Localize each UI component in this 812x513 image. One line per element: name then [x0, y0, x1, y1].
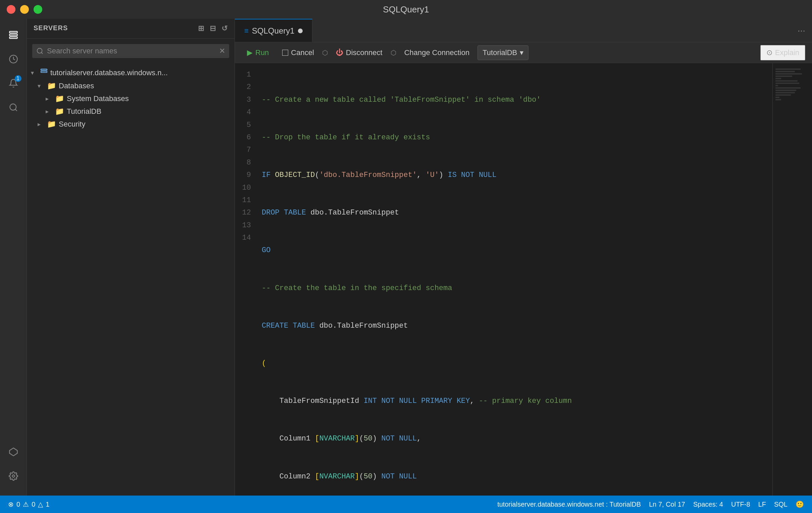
connection-name: TutorialDB	[483, 48, 517, 57]
change-connection-label: Change Connection	[404, 48, 469, 57]
editor-area: ≡ SQLQuery1 ··· ▶ Run Cancel ⬡ ⏻ Disconn…	[235, 19, 812, 495]
tab-modified-indicator	[298, 29, 303, 33]
code-content[interactable]: -- Create a new table called 'TableFromS…	[255, 63, 773, 495]
chevron-right-icon: ▸	[46, 95, 52, 102]
cancel-button[interactable]: Cancel	[277, 46, 319, 60]
refresh-icon[interactable]: ↺	[222, 24, 228, 33]
title-bar: SQLQuery1	[0, 0, 812, 19]
explain-label: Explain	[775, 48, 799, 57]
collapse-icon[interactable]: ⊟	[210, 24, 216, 33]
status-position[interactable]: Ln 7, Col 17	[649, 501, 685, 508]
notification-badge: 1	[15, 75, 22, 82]
tutorialdb-label: TutorialDB	[67, 107, 231, 116]
chevron-down-icon: ▾	[37, 82, 44, 90]
folder-icon: 📁	[47, 120, 56, 129]
traffic-lights	[7, 5, 42, 14]
svg-line-5	[15, 109, 17, 111]
code-line-8: (	[262, 357, 766, 370]
tree-item-tutorialdb[interactable]: ▸ 📁 TutorialDB	[27, 105, 235, 118]
alert-count: 1	[46, 501, 49, 508]
explain-button[interactable]: ⊙ Explain	[760, 45, 805, 60]
sidebar-item-connections[interactable]	[4, 446, 23, 465]
sidebar-item-notifications[interactable]: 1	[4, 74, 23, 93]
sidebar-item-history[interactable]	[4, 50, 23, 69]
disconnect-label: Disconnect	[346, 48, 382, 57]
tree-item-system-databases[interactable]: ▸ 📁 System Databases	[27, 92, 235, 105]
tree-item-security[interactable]: ▸ 📁 Security	[27, 118, 235, 131]
encoding-label: UTF-8	[731, 501, 750, 508]
svg-rect-10	[41, 69, 47, 71]
maximize-button[interactable]	[34, 5, 42, 14]
editor-tab-sqlquery1[interactable]: ≡ SQLQuery1	[235, 19, 312, 42]
editor-scrollbar[interactable]	[806, 63, 812, 495]
server-status-label: tutorialserver.database.windows.net : Tu…	[497, 501, 641, 508]
close-button[interactable]	[7, 5, 16, 14]
chevron-right-icon: ▸	[37, 120, 44, 128]
main-layout: 1 SERVERS ⊞ ⊟ ↺	[0, 19, 812, 495]
tab-label: SQLQuery1	[252, 26, 295, 35]
status-language[interactable]: SQL	[774, 501, 787, 508]
status-spaces[interactable]: Spaces: 4	[693, 501, 723, 508]
run-button[interactable]: ▶ Run	[241, 46, 274, 60]
chevron-down-icon: ▾	[520, 48, 523, 57]
sidebar-title: SERVERS	[34, 24, 68, 32]
cancel-icon	[282, 50, 288, 56]
code-line-10: Column1 [NVARCHAR](50) NOT NULL,	[262, 432, 766, 445]
system-databases-label: System Databases	[67, 94, 231, 103]
search-input[interactable]	[47, 47, 216, 55]
explain-icon: ⊙	[766, 48, 773, 57]
position-label: Ln 7, Col 17	[649, 501, 685, 508]
svg-point-4	[10, 104, 16, 110]
alert-icon: △	[38, 500, 43, 508]
svg-rect-11	[41, 71, 47, 73]
status-server[interactable]: tutorialserver.database.windows.net : Tu…	[497, 501, 641, 508]
folder-icon: 📁	[47, 82, 56, 90]
server-tree: ▾ tutorialserver.database.windows.n... ▾…	[27, 63, 235, 495]
svg-marker-6	[9, 448, 17, 456]
disconnect-icon: ⏻	[336, 48, 343, 57]
folder-icon: 📁	[55, 107, 64, 116]
tab-bar: ≡ SQLQuery1 ···	[235, 19, 812, 42]
minimize-button[interactable]	[20, 5, 29, 14]
svg-line-9	[41, 52, 42, 54]
code-line-2: -- Drop the table if it already exists	[262, 131, 766, 144]
sidebar-item-servers[interactable]	[4, 26, 23, 44]
code-line-9: TableFromSnippetId INT NOT NULL PRIMARY …	[262, 395, 766, 407]
folder-icon: 📁	[55, 94, 64, 103]
warning-icon: ⚠	[23, 500, 29, 508]
status-smiley[interactable]: 🙂	[795, 500, 804, 508]
minimap	[773, 63, 806, 495]
code-editor[interactable]: 12345 678910 11121314 -- Create a new ta…	[235, 63, 812, 495]
server-label: tutorialserver.database.windows.n...	[50, 69, 231, 77]
tree-item-server[interactable]: ▾ tutorialserver.database.windows.n...	[27, 66, 235, 80]
status-encoding[interactable]: UTF-8	[731, 501, 750, 508]
chevron-down-icon: ▾	[31, 69, 37, 77]
code-line-7: CREATE TABLE dbo.TableFromSnippet	[262, 320, 766, 332]
search-clear-icon[interactable]: ✕	[219, 47, 225, 55]
language-label: SQL	[774, 501, 787, 508]
code-line-1: -- Create a new table called 'TableFromS…	[262, 94, 766, 106]
toolbar-separator: ⬡	[322, 49, 328, 57]
chevron-right-icon: ▸	[46, 108, 52, 115]
security-label: Security	[59, 120, 231, 129]
sidebar: SERVERS ⊞ ⊟ ↺ ✕ ▾	[27, 19, 235, 495]
error-icon: ⊗	[8, 500, 14, 508]
smiley-icon: 🙂	[795, 500, 804, 508]
sql-file-icon: ≡	[244, 27, 249, 35]
status-errors[interactable]: ⊗ 0 ⚠ 0 △ 1	[8, 500, 49, 508]
tree-item-databases[interactable]: ▾ 📁 Databases	[27, 80, 235, 92]
status-eol[interactable]: LF	[758, 501, 766, 508]
activity-bar: 1	[0, 19, 27, 495]
disconnect-button[interactable]: ⏻ Disconnect	[330, 46, 388, 60]
change-connection-button[interactable]: Change Connection	[399, 46, 475, 60]
svg-rect-2	[9, 37, 17, 38]
svg-point-8	[37, 48, 42, 53]
tab-more-button[interactable]: ···	[791, 19, 812, 42]
new-connection-icon[interactable]: ⊞	[198, 24, 204, 33]
sidebar-item-search[interactable]	[4, 98, 23, 117]
sidebar-header: SERVERS ⊞ ⊟ ↺	[27, 19, 235, 38]
code-line-3: IF OBJECT_ID('dbo.TableFromSnippet', 'U'…	[262, 169, 766, 181]
eol-label: LF	[758, 501, 766, 508]
connection-dropdown[interactable]: TutorialDB ▾	[477, 45, 528, 60]
sidebar-item-settings[interactable]	[4, 470, 23, 489]
